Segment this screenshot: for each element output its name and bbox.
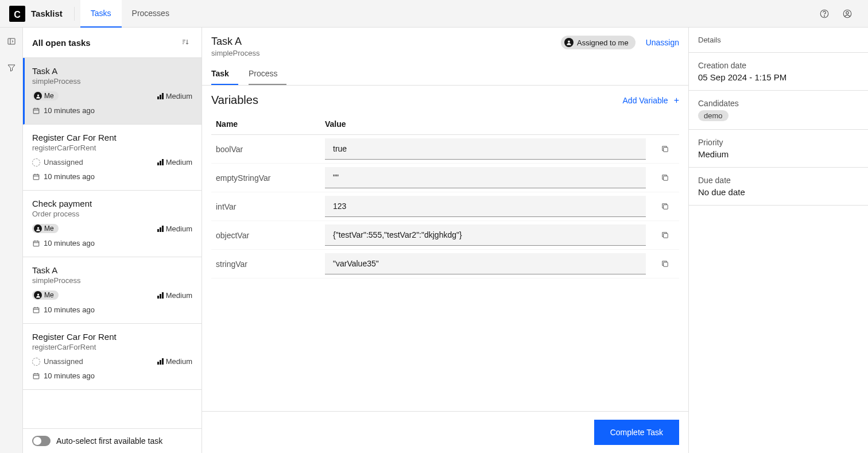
variables-table: Name Value boolVar emptyStringVar intVar: [211, 114, 679, 278]
sort-icon[interactable]: [179, 36, 192, 49]
task-title: Register Car For Rent: [32, 133, 192, 142]
svg-point-23: [37, 293, 38, 295]
task-card[interactable]: Register Car For Rent registerCarForRent…: [23, 125, 202, 191]
auto-select-label: Auto-select first available task: [56, 436, 162, 446]
calendar-icon: [32, 372, 40, 380]
svg-rect-10: [33, 109, 39, 114]
variable-name: stringVar: [211, 250, 320, 278]
tab-tasks[interactable]: Tasks: [80, 0, 122, 28]
task-card[interactable]: Check payment Order process Me Medium 10…: [23, 191, 202, 257]
variable-name: emptyStringVar: [211, 164, 320, 192]
brand-logo: C: [9, 6, 25, 22]
variable-name: objectVar: [211, 221, 320, 250]
expand-panel-icon[interactable]: [2, 32, 21, 51]
svg-rect-35: [663, 205, 668, 210]
user-icon[interactable]: [836, 2, 859, 25]
variable-row: emptyStringVar: [211, 164, 679, 192]
task-priority: Medium: [157, 224, 192, 233]
priority-bars-icon: [157, 93, 164, 99]
assignee-chip: Me: [32, 91, 59, 100]
copy-icon[interactable]: [657, 227, 673, 243]
complete-task-button[interactable]: Complete Task: [594, 420, 679, 445]
assignee-avatar-icon: [34, 291, 42, 299]
task-timestamp: 10 minutes ago: [32, 106, 95, 115]
variable-value-cell: [320, 164, 650, 192]
task-detail-tabs: Task Process: [202, 63, 688, 86]
filter-icon[interactable]: [2, 59, 21, 77]
priority-label: Medium: [166, 291, 192, 300]
assigned-chip-label: Assigned to me: [577, 38, 629, 47]
task-priority: Medium: [157, 158, 192, 167]
tab-task[interactable]: Task: [211, 63, 238, 85]
task-list-header: All open tasks: [23, 28, 202, 58]
task-card[interactable]: Task A simpleProcess Me Medium 10 minute…: [23, 257, 202, 324]
variable-row: stringVar: [211, 250, 679, 278]
variable-value-input[interactable]: [325, 253, 646, 274]
detail-priority: Priority Medium: [689, 130, 868, 168]
variable-value-input[interactable]: [325, 224, 646, 246]
task-card[interactable]: Register Car For Rent registerCarForRent…: [23, 324, 202, 390]
detail-candidates: Candidates demo: [689, 91, 868, 130]
task-timestamp: 10 minutes ago: [32, 172, 95, 181]
copy-icon[interactable]: [657, 199, 673, 215]
auto-select-toggle[interactable]: [32, 436, 51, 446]
variable-value-cell: [320, 221, 650, 250]
col-name: Name: [211, 114, 320, 135]
assignee-label: Me: [44, 291, 54, 299]
svg-rect-34: [663, 176, 668, 181]
task-process: registerCarForRent: [32, 343, 192, 351]
unassign-button[interactable]: Unassign: [646, 38, 679, 47]
help-icon[interactable]: [813, 2, 836, 25]
detail-creation-date: Creation date 05 Sep 2024 - 1:15 PM: [689, 53, 868, 91]
priority-label: Priority: [698, 138, 859, 147]
svg-rect-37: [663, 262, 668, 267]
task-list-scroll[interactable]: Task A simpleProcess Me Medium 10 minute…: [23, 58, 202, 428]
copy-icon[interactable]: [657, 170, 673, 186]
svg-rect-28: [33, 374, 39, 379]
assignee-avatar-icon: [34, 92, 42, 100]
variables-section: Variables Add Variable + Name Value bool…: [202, 86, 688, 411]
add-variable-plus-icon[interactable]: +: [674, 95, 679, 106]
variable-value-input[interactable]: [325, 167, 646, 188]
time-label: 10 minutes ago: [44, 172, 95, 181]
add-variable-button[interactable]: Add Variable: [623, 96, 668, 105]
assigned-chip: Assigned to me: [561, 36, 636, 49]
svg-point-9: [37, 94, 38, 96]
calendar-icon: [32, 173, 40, 181]
time-label: 10 minutes ago: [44, 371, 95, 380]
task-timestamp: 10 minutes ago: [32, 305, 95, 314]
time-label: 10 minutes ago: [44, 305, 95, 314]
candidates-label: Candidates: [698, 99, 859, 108]
assignee-avatar-icon: [564, 38, 574, 47]
calendar-icon: [32, 239, 40, 247]
task-timestamp: 10 minutes ago: [32, 371, 95, 380]
copy-icon[interactable]: [657, 256, 673, 272]
task-priority: Medium: [157, 291, 192, 300]
candidate-chip: demo: [698, 110, 728, 121]
app-header: C Tasklist Tasks Processes: [0, 0, 868, 28]
priority-label: Medium: [166, 92, 192, 100]
calendar-icon: [32, 306, 40, 314]
task-card[interactable]: Task A simpleProcess Me Medium 10 minute…: [23, 58, 202, 125]
task-detail-title: Task A: [211, 36, 260, 48]
task-timestamp: 10 minutes ago: [32, 239, 95, 247]
priority-bars-icon: [157, 292, 164, 299]
task-title: Task A: [32, 265, 192, 275]
task-title: Check payment: [32, 199, 192, 208]
tab-process[interactable]: Process: [249, 63, 287, 85]
detail-due-date: Due date No due date: [689, 168, 868, 206]
task-priority: Medium: [157, 357, 192, 366]
tab-processes[interactable]: Processes: [122, 0, 180, 28]
variable-value-input[interactable]: [325, 196, 646, 217]
priority-label: Medium: [166, 357, 192, 366]
time-label: 10 minutes ago: [44, 106, 95, 115]
variable-name: intVar: [211, 192, 320, 221]
assignee-unassigned: Unassigned: [32, 158, 83, 167]
priority-label: Medium: [166, 158, 192, 167]
assignee-avatar-icon: [34, 224, 42, 233]
variable-value-input[interactable]: [325, 138, 646, 160]
svg-point-18: [37, 227, 38, 229]
assignee-chip: Me: [32, 291, 59, 300]
creation-date-value: 05 Sep 2024 - 1:15 PM: [698, 72, 859, 82]
copy-icon[interactable]: [657, 141, 673, 157]
